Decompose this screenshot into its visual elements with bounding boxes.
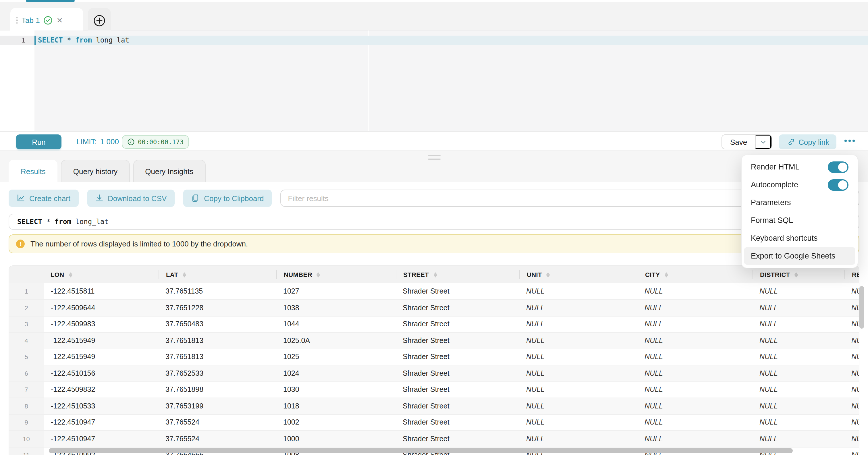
table-cell[interactable]: NULL [752,382,844,398]
table-cell[interactable]: NULL [752,365,844,382]
column-header-city[interactable]: CITY [638,266,752,283]
table-cell[interactable]: NULL [638,300,752,316]
menu-item-parameters[interactable]: Parameters [744,193,855,211]
sort-icon[interactable] [547,272,550,277]
table-cell[interactable]: Shrader Street [396,414,519,431]
sort-icon[interactable] [795,272,798,277]
column-header-re[interactable]: RE [844,266,859,283]
table-cell[interactable]: NULL [844,300,859,316]
copy-to-clipboard-button[interactable]: Copy to Clipboard [183,189,272,207]
table-cell[interactable]: 37.7651228 [159,300,276,316]
table-cell[interactable]: NULL [844,316,859,332]
create-chart-button[interactable]: Create chart [9,189,79,207]
toggle-autocomplete[interactable] [828,179,848,190]
table-row[interactable]: 1-122.451581137.76511351027Shrader Stree… [9,283,859,300]
table-cell[interactable]: 1024 [276,365,396,382]
column-header-street[interactable]: STREET [396,266,519,283]
table-row[interactable]: 3-122.450998337.76504831044Shrader Stree… [9,316,859,332]
table-cell[interactable]: NULL [844,431,859,447]
table-cell[interactable]: NULL [844,365,859,382]
sql-editor[interactable]: 1 SELECT * from long_lat [0,30,868,131]
table-cell[interactable]: NULL [638,365,752,382]
sort-icon[interactable] [183,272,186,277]
table-cell[interactable]: 1002 [276,414,396,431]
column-header-lat[interactable]: LAT [159,266,276,283]
sort-icon[interactable] [664,272,668,277]
table-row[interactable]: 7-122.450983237.76518981030Shrader Stree… [9,382,859,398]
table-cell[interactable]: NULL [638,431,752,447]
table-row[interactable]: 4-122.451594937.76518131025.0AShrader St… [9,332,859,349]
table-row[interactable]: 6-122.451015637.76525331024Shrader Stree… [9,365,859,382]
table-cell[interactable]: 37.7651135 [159,283,276,300]
table-cell[interactable]: -122.4515949 [44,349,159,365]
table-cell[interactable]: NULL [844,349,859,365]
table-row[interactable]: 8-122.451053337.76531991018Shrader Stree… [9,398,859,414]
menu-item-autocomplete[interactable]: Autocomplete [744,176,855,193]
editor-code-text[interactable]: SELECT * from long_lat [34,36,868,45]
limit-dropdown[interactable]: LIMIT: 1 000 [76,131,128,152]
table-cell[interactable]: 1038 [276,300,396,316]
pane-resize-handle[interactable] [428,155,441,160]
table-cell[interactable]: NULL [638,349,752,365]
table-cell[interactable]: NULL [519,431,638,447]
new-tab-button[interactable] [88,8,111,33]
table-cell[interactable]: Shrader Street [396,332,519,349]
table-cell[interactable]: Shrader Street [396,382,519,398]
table-cell[interactable]: NULL [752,349,844,365]
table-cell[interactable]: Shrader Street [396,398,519,414]
table-cell[interactable]: NULL [519,365,638,382]
table-cell[interactable]: 1025.0A [276,332,396,349]
table-cell[interactable]: 37.7653199 [159,398,276,414]
table-cell[interactable]: NULL [519,332,638,349]
table-cell[interactable]: -122.4509832 [44,382,159,398]
table-cell[interactable]: 1025 [276,349,396,365]
table-cell[interactable]: 37.765524 [159,414,276,431]
table-cell[interactable]: Shrader Street [396,316,519,332]
query-tab[interactable]: Tab 1 ✕ [10,8,83,33]
menu-item-export-to-google-sheets[interactable]: Export to Google Sheets [744,247,855,265]
save-button[interactable]: Save [722,135,755,149]
table-row[interactable]: 9-122.451094737.7655241002Shrader Street… [9,414,859,431]
sort-icon[interactable] [433,272,437,277]
table-cell[interactable]: -122.4510533 [44,398,159,414]
table-row[interactable]: 10-122.451094737.7655241000Shrader Stree… [9,431,859,447]
table-cell[interactable]: NULL [752,283,844,300]
table-cell[interactable]: NULL [844,447,859,455]
editor-active-line[interactable]: 1 SELECT * from long_lat [0,36,868,45]
table-cell[interactable]: NULL [638,414,752,431]
table-cell[interactable]: NULL [752,414,844,431]
table-cell[interactable]: Shrader Street [396,431,519,447]
table-cell[interactable]: NULL [638,398,752,414]
table-cell[interactable]: NULL [638,316,752,332]
table-cell[interactable]: 1030 [276,382,396,398]
download-to-csv-button[interactable]: Download to CSV [87,189,175,207]
table-cell[interactable]: 37.7652533 [159,365,276,382]
table-cell[interactable]: NULL [752,316,844,332]
table-cell[interactable]: NULL [519,398,638,414]
table-cell[interactable]: NULL [752,398,844,414]
toggle-render-html[interactable] [828,161,848,173]
column-header-number[interactable]: NUMBER [276,266,396,283]
table-cell[interactable]: 37.765524 [159,431,276,447]
menu-item-render-html[interactable]: Render HTML [744,158,855,176]
table-cell[interactable]: NULL [844,414,859,431]
table-cell[interactable]: -122.4515811 [44,283,159,300]
table-cell[interactable]: NULL [844,398,859,414]
table-cell[interactable]: -122.4510947 [44,414,159,431]
save-options-button[interactable] [755,135,771,149]
table-cell[interactable]: -122.4510947 [44,431,159,447]
menu-item-format-sql[interactable]: Format SQL [744,211,855,229]
table-cell[interactable]: 1027 [276,283,396,300]
table-cell[interactable]: NULL [638,283,752,300]
table-cell[interactable]: NULL [638,332,752,349]
sort-icon[interactable] [317,272,320,277]
table-cell[interactable]: NULL [519,316,638,332]
sort-icon[interactable] [69,272,72,277]
table-cell[interactable]: -122.4509983 [44,316,159,332]
table-cell[interactable]: NULL [519,382,638,398]
column-header-lon[interactable]: LON [44,266,159,283]
table-cell[interactable]: NULL [638,382,752,398]
table-cell[interactable]: NULL [519,300,638,316]
column-header-district[interactable]: DISTRICT [752,266,844,283]
table-cell[interactable]: NULL [844,283,859,300]
